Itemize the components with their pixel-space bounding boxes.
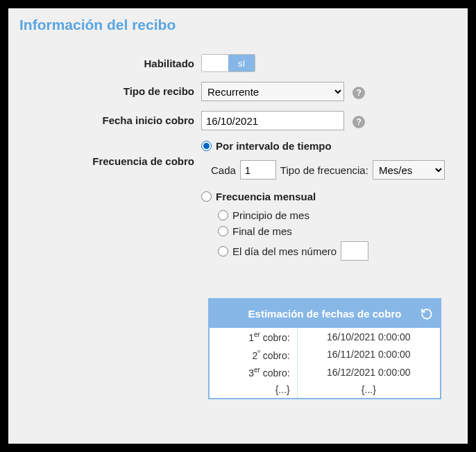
radio-line-interval: Por intervalo de tiempo (201, 140, 457, 152)
label-final: Final de mes (232, 225, 292, 237)
label-tipo-recibo: Tipo de recibo (19, 82, 201, 97)
radio-monthly-label: Frecuencia mensual (216, 191, 316, 202)
row-fecha-inicio: Fecha inicio cobro ? (19, 111, 457, 130)
row-habilitado: Habilitado sí (19, 54, 457, 72)
input-fecha-inicio[interactable] (201, 111, 344, 130)
label-principio: Principio de mes (232, 209, 309, 221)
row-frecuencia: Frecuencia de cobro Por intervalo de tie… (19, 140, 457, 265)
radio-line-dia-num: El día del mes número (218, 241, 457, 261)
estimate-ordinal: 1er cobro: (210, 328, 297, 346)
label-dia-num: El día del mes número (232, 245, 337, 257)
label-cada: Cada (211, 164, 236, 176)
select-tipo-freq[interactable]: Mes/es (373, 160, 445, 180)
estimate-ordinal: 3er cobro: (210, 363, 297, 381)
table-row: {...}{...} (210, 381, 440, 398)
estimate-date: {...} (297, 381, 440, 398)
monthly-sub-options: Principio de mes Final de mes El día del… (218, 209, 457, 261)
table-row: 3er cobro:16/12/2021 0:00:00 (210, 363, 440, 381)
label-tipo-freq: Tipo de frecuencia: (280, 164, 368, 176)
radio-final[interactable] (218, 226, 228, 236)
select-tipo-recibo[interactable]: Recurrente (201, 82, 344, 101)
label-frecuencia: Frecuencia de cobro (19, 140, 201, 167)
interval-sub-line: Cada Tipo de frecuencia: Mes/es (211, 160, 457, 180)
estimate-panel: Estimación de fechas de cobro 1er cobro:… (208, 298, 441, 399)
toggle-on-side: sí (228, 55, 255, 71)
estimate-ordinal: 2º cobro: (210, 346, 297, 364)
radio-interval[interactable] (201, 141, 212, 151)
table-row: 1er cobro:16/10/2021 0:00:00 (210, 328, 440, 346)
estimate-date: 16/11/2021 0:00:00 (297, 346, 440, 364)
input-dia-num[interactable] (341, 241, 368, 261)
radio-monthly[interactable] (201, 191, 212, 202)
label-habilitado: Habilitado (19, 54, 201, 69)
estimate-table: 1er cobro:16/10/2021 0:00:002º cobro:16/… (210, 328, 440, 398)
toggle-off-side (202, 55, 228, 71)
help-icon[interactable]: ? (352, 116, 365, 128)
estimate-date: 16/10/2021 0:00:00 (297, 328, 440, 346)
radio-line-monthly: Frecuencia mensual (201, 191, 457, 202)
estimate-header-title: Estimación de fechas de cobro (248, 308, 402, 320)
label-fecha-inicio: Fecha inicio cobro (19, 111, 201, 126)
radio-line-final: Final de mes (218, 225, 457, 237)
estimate-ordinal: {...} (210, 381, 297, 398)
radio-interval-label: Por intervalo de tiempo (216, 140, 332, 152)
refresh-icon[interactable] (420, 308, 433, 320)
row-tipo-recibo: Tipo de recibo Recurrente ? (19, 82, 457, 101)
toggle-habilitado[interactable]: sí (201, 54, 255, 72)
radio-dia-num[interactable] (218, 246, 228, 257)
estimate-header: Estimación de fechas de cobro (210, 299, 440, 328)
radio-principio[interactable] (218, 210, 228, 220)
estimate-date: 16/12/2021 0:00:00 (297, 363, 440, 381)
help-icon[interactable]: ? (352, 87, 365, 99)
input-cada[interactable] (240, 160, 276, 180)
panel-title: Información del recibo (19, 17, 457, 33)
radio-line-principio: Principio de mes (218, 209, 457, 221)
receipt-info-panel: Información del recibo Habilitado sí Tip… (8, 8, 468, 444)
table-row: 2º cobro:16/11/2021 0:00:00 (210, 346, 440, 364)
